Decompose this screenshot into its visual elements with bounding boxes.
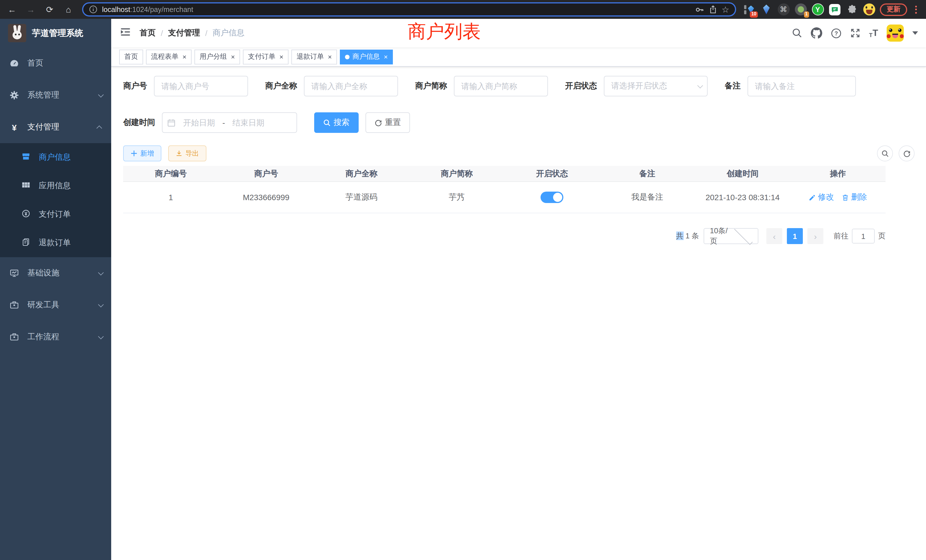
breadcrumb-separator: / — [161, 29, 163, 38]
document-icon — [22, 238, 30, 248]
address-bar[interactable]: localhost:1024/pay/merchant ☆ — [82, 2, 736, 17]
cell-short-name: 芋艿 — [409, 192, 504, 203]
remark-input[interactable] — [747, 76, 856, 96]
close-icon[interactable]: × — [183, 53, 186, 60]
sidebar-toggle-button[interactable] — [111, 19, 140, 47]
sidebar-item-dev-tools[interactable]: 研发工具 — [0, 289, 111, 321]
tab-merchant-info[interactable]: 商户信息× — [340, 49, 393, 64]
table-row: 1 M233666999 芋道源码 芋艿 我是备注 2021-10-23 08:… — [123, 182, 885, 213]
url-path: :1024/pay/merchant — [130, 5, 193, 14]
font-size-icon[interactable]: TT — [869, 28, 878, 38]
calendar-icon — [167, 118, 176, 127]
sidebar-item-label: 支付订单 — [39, 209, 71, 219]
tab-pay-order[interactable]: 支付订单× — [243, 49, 289, 64]
edit-link[interactable]: 修改 — [809, 192, 834, 203]
navbar: 首页 / 支付管理 / 商户信息 商户列表 ? — [111, 19, 926, 47]
bookmark-star-icon[interactable]: ☆ — [722, 5, 729, 14]
close-icon[interactable]: × — [279, 53, 283, 60]
cell-merchant-no: M233666999 — [218, 193, 313, 202]
tab-flow-form[interactable]: 流程表单× — [146, 49, 192, 64]
browser-reload-button[interactable]: ⟳ — [43, 3, 56, 16]
sidebar-item-refund-order[interactable]: 退款订单 — [0, 229, 111, 257]
cell-full-name: 芋道源码 — [314, 192, 409, 203]
browser-home-button[interactable]: ⌂ — [62, 3, 75, 16]
browser-forward-button[interactable]: → — [24, 3, 37, 16]
merchant-shortname-input[interactable] — [454, 76, 548, 96]
fullscreen-icon[interactable] — [850, 28, 861, 38]
extension-sider-icon[interactable]: 10 — [743, 3, 755, 16]
header-search-icon[interactable] — [792, 28, 802, 38]
password-key-icon[interactable] — [695, 5, 704, 14]
browser-back-button[interactable]: ← — [6, 3, 18, 16]
search-button[interactable]: 搜索 — [314, 112, 359, 133]
breadcrumb-payment[interactable]: 支付管理 — [168, 28, 200, 38]
pagination: 共 1 条 10条/页 ‹ 1 › 前往 页 — [123, 228, 885, 244]
profile-emoji-icon[interactable] — [863, 3, 875, 16]
create-time-range-picker[interactable]: - — [162, 112, 297, 133]
next-page-button[interactable]: › — [807, 228, 823, 244]
tab-refund-order[interactable]: 退款订单× — [291, 49, 337, 64]
page-number-1[interactable]: 1 — [787, 228, 803, 244]
status-select[interactable]: 请选择开启状态 — [604, 76, 708, 96]
avatar-caret-icon[interactable] — [912, 31, 918, 35]
browser-update-button[interactable]: 更新 — [880, 3, 907, 16]
app-title: 芋道管理系统 — [32, 28, 83, 38]
merchant-no-label: 商户号 — [123, 81, 147, 91]
suitcase-icon — [10, 333, 19, 342]
refresh-table-button[interactable] — [899, 145, 915, 161]
download-icon — [176, 150, 183, 157]
breadcrumb-home[interactable]: 首页 — [140, 28, 156, 38]
extension-gem-icon[interactable] — [760, 3, 773, 16]
add-button[interactable]: 新增 — [123, 145, 161, 161]
start-date-input[interactable] — [177, 118, 221, 127]
export-button[interactable]: 导出 — [168, 145, 206, 161]
show-search-button[interactable] — [877, 145, 893, 161]
merchant-fullname-input[interactable] — [304, 76, 398, 96]
payment-submenu: 商户信息 应用信息 支付订单 — [0, 143, 111, 257]
sidebar-item-label: 研发工具 — [27, 300, 98, 310]
merchant-no-input[interactable] — [154, 76, 248, 96]
close-icon[interactable]: × — [328, 53, 332, 60]
close-icon[interactable]: × — [384, 53, 388, 60]
sidebar-item-infrastructure[interactable]: 基础设施 — [0, 257, 111, 289]
share-icon[interactable] — [708, 5, 717, 14]
sidebar-item-merchant-info[interactable]: 商户信息 — [0, 143, 111, 172]
breadcrumb-current: 商户信息 — [213, 28, 245, 38]
sidebar-item-workflow[interactable]: 工作流程 — [0, 321, 111, 353]
help-icon[interactable]: ? — [831, 28, 841, 38]
goto-page-input[interactable] — [852, 229, 875, 244]
tab-home[interactable]: 首页 — [119, 49, 143, 64]
extensions-puzzle-icon[interactable] — [846, 3, 858, 16]
sidebar-item-pay-order[interactable]: 支付订单 — [0, 200, 111, 229]
sidebar-item-app-info[interactable]: 应用信息 — [0, 172, 111, 200]
github-icon[interactable] — [811, 27, 822, 39]
end-date-input[interactable] — [226, 118, 271, 127]
extension-yuque-icon[interactable]: Y — [811, 3, 824, 16]
extensions-row: 10 ⌘ 1 Y — [743, 3, 875, 16]
extension-recorder-icon[interactable]: 1 — [794, 3, 807, 16]
extension-chat-icon[interactable] — [829, 3, 841, 16]
site-info-icon[interactable] — [89, 5, 97, 14]
status-toggle[interactable] — [540, 192, 563, 203]
extension-command-icon[interactable]: ⌘ — [777, 3, 790, 16]
app-logo[interactable]: 芋道管理系统 — [0, 19, 111, 47]
cell-status — [504, 192, 599, 203]
app: 芋道管理系统 首页 系统管理 ¥ 支付管理 — [0, 19, 926, 560]
browser-menu-icon[interactable] — [912, 3, 920, 16]
sidebar-item-system[interactable]: 系统管理 — [0, 79, 111, 111]
page-size-select[interactable]: 10条/页 — [704, 228, 758, 244]
user-avatar[interactable] — [887, 24, 904, 42]
reset-button[interactable]: 重置 — [366, 112, 410, 133]
column-header: 备注 — [599, 168, 695, 179]
prev-page-button[interactable]: ‹ — [766, 228, 782, 244]
gear-icon — [10, 91, 19, 100]
close-icon[interactable]: × — [231, 53, 235, 60]
sidebar-item-label: 商户信息 — [39, 152, 71, 162]
refresh-icon — [375, 119, 382, 126]
tab-user-group[interactable]: 用户分组× — [194, 49, 240, 64]
delete-link[interactable]: 删除 — [842, 192, 867, 203]
goto-label: 前往 — [834, 231, 849, 241]
sidebar-item-payment[interactable]: ¥ 支付管理 — [0, 111, 111, 143]
column-header: 商户全称 — [314, 168, 409, 179]
sidebar-item-home[interactable]: 首页 — [0, 47, 111, 79]
